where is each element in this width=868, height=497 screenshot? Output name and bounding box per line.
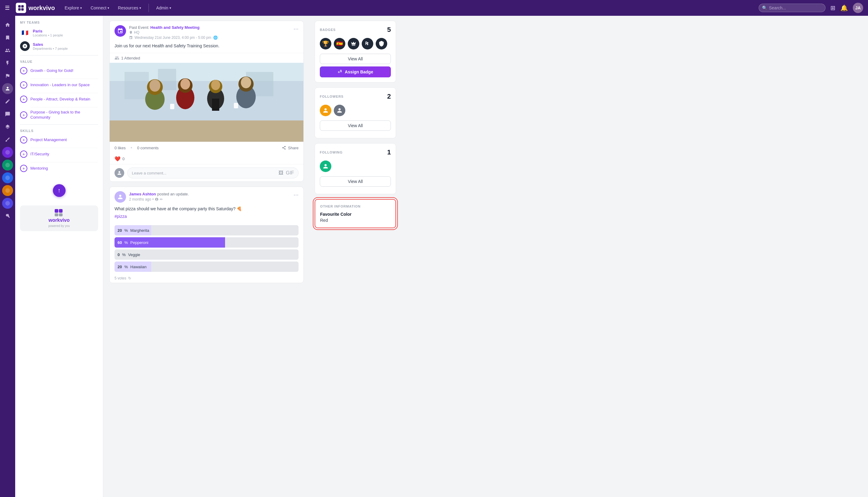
svg-rect-18 [110,120,303,142]
update-body-text: What pizza should we have at the company… [114,206,299,212]
other-info-title: OTHER INFORMATION [320,204,390,208]
event-post-avatar [114,25,126,37]
value-innovation[interactable]: + Innovation - Leaders in our Space [20,81,98,89]
badges-title: BADGES [320,28,335,31]
sidebar-icon-circle-amber[interactable] [2,185,13,196]
other-information-widget: OTHER INFORMATION Favourite Color Red [315,199,396,228]
nav-connect[interactable]: Connect ▾ [87,4,113,12]
other-info-field-label: Favourite Color [320,212,390,217]
sidebar-icon-home[interactable] [2,19,13,30]
comment-input-box[interactable]: Leave a comment... 🖼 GIF [127,168,299,179]
sidebar-icon-people[interactable] [2,45,13,56]
value-purpose-icon: + [20,111,27,119]
top-navigation: ☰ workvivo Explore ▾ Connect ▾ Resources… [0,0,868,16]
update-author-name[interactable]: James Ashton [129,192,156,196]
following-avatar-1 [320,160,331,172]
sidebar-icon-circle-blue[interactable] [2,172,13,183]
hamburger-menu[interactable]: ☰ [5,4,10,11]
hashtag-pizza[interactable]: #pizza [114,214,127,219]
value-people[interactable]: + People - Attract, Develop & Retain [20,96,98,103]
nav-resources[interactable]: Resources ▾ [114,4,145,12]
sales-icon [20,41,30,51]
value-innovation-text: Innovation - Leaders in our Space [30,83,89,88]
refresh-icon[interactable]: ↻ [128,276,131,280]
comments-count[interactable]: 0 comments [137,146,159,150]
poll-pct-veggie: 0 [118,253,120,257]
connect-chevron: ▾ [108,6,109,10]
user-avatar[interactable]: JA [853,3,863,13]
event-title-link[interactable]: Health and Safety Meeting [150,25,199,30]
value-innovation-icon: + [20,81,27,89]
update-post-body: What pizza should we have at the company… [110,206,303,223]
topnav-icon-group: ⊞ 🔔 JA [830,3,863,13]
view-all-followers-button[interactable]: View All [320,120,391,131]
sidebar-icon-flag[interactable] [2,70,13,81]
skill-mentoring[interactable]: + Mentoring [20,165,98,172]
likes-count[interactable]: 0 likes [114,146,126,150]
view-all-following-button[interactable]: View All [320,176,391,187]
value-purpose[interactable]: + Purpose - Giving back to the Community [20,110,98,120]
sidebar-icon-chat[interactable] [2,109,13,119]
team-sales[interactable]: Sales Departments • 7 people [20,41,98,51]
sidebar-icon-bookmark[interactable] [2,32,13,43]
poll-label-veggie: 0% Veggie [118,253,140,257]
image-attach-icon[interactable]: 🖼 [278,170,284,176]
update-post-more[interactable]: ··· [293,191,299,198]
svg-rect-15 [125,72,149,99]
app-logo[interactable]: workvivo [16,3,55,13]
followers-header: FOLLOWERS 2 [320,93,391,100]
svg-point-5 [5,163,10,168]
bell-icon[interactable]: 🔔 [840,4,848,12]
sidebar-icon-circle-green[interactable] [2,160,13,171]
nav-admin[interactable]: Admin ▾ [152,4,175,12]
value-people-text: People - Attract, Develop & Retain [30,97,90,102]
update-time: 2 months ago • ✏ [129,197,290,201]
poll-option-label-margherita: Margherita [130,228,149,233]
follower-avatar-1 [320,105,331,116]
update-author-avatar [114,191,126,203]
following-title: FOLLOWING [320,151,343,154]
heart-reaction[interactable]: ❤️ [114,156,121,162]
event-post-header: Past Event: Health and Safety Meeting HQ… [110,21,303,43]
paris-team-name[interactable]: Paris [33,29,63,33]
resources-chevron: ▾ [139,6,141,10]
sidebar-icon-edit[interactable] [2,96,13,107]
admin-chevron: ▾ [169,6,171,10]
sidebar-icon-circle-indigo[interactable] [2,198,13,209]
poll-option-veggie[interactable]: 0% Veggie [114,250,299,260]
view-all-badges-button[interactable]: View All [320,54,391,64]
assign-badge-button[interactable]: Assign Badge [320,67,391,77]
team-paris[interactable]: 🇫🇷 Paris Locations • 1 people [20,28,98,38]
footer-logo-text: workvivo [49,217,70,223]
svg-point-24 [180,79,190,89]
poll-option-hawaiian[interactable]: 20% Hawaiian [114,261,299,272]
sidebar-icon-layers[interactable] [2,122,13,132]
sidebar-icon-wrench[interactable] [2,211,13,222]
skill-it-security[interactable]: + IT/Security [20,151,98,158]
event-post-image [110,63,303,142]
sales-team-name[interactable]: Sales [33,42,68,47]
skill-mentoring-text: Mentoring [30,166,48,171]
share-button[interactable]: Share [282,146,299,150]
gif-icon[interactable]: GIF [286,170,294,176]
skill-pm-text: Project Management [30,138,67,142]
topnav-right: 🔍 ⊞ 🔔 JA [759,3,863,13]
event-post-more[interactable]: ··· [293,25,299,32]
search-input[interactable] [769,5,821,10]
poll-option-pepperoni[interactable]: 60% Pepperoni [114,237,299,247]
poll-votes: 5 votes ↻ [110,274,303,283]
sidebar-icon-activity[interactable] [2,58,13,69]
sidebar-icon-circle-purple[interactable] [2,147,13,158]
following-count: 1 [387,148,391,156]
sidebar-icon-pen[interactable] [2,134,13,145]
grid-icon[interactable]: ⊞ [830,4,836,12]
sidebar-icon-profile[interactable] [2,83,13,94]
nav-explore[interactable]: Explore ▾ [61,4,86,12]
poll-option-margherita[interactable]: 20% Margherita [114,225,299,236]
upload-button[interactable]: ↑ [53,184,66,197]
svg-rect-10 [59,209,63,213]
poll-container: 20% Margherita 60% Pepperoni [110,225,303,283]
skill-project-management[interactable]: + Project Management [20,136,98,143]
value-purpose-text: Purpose - Giving back to the Community [30,110,98,120]
value-growth[interactable]: + Growth - Going for Gold! [20,67,98,74]
